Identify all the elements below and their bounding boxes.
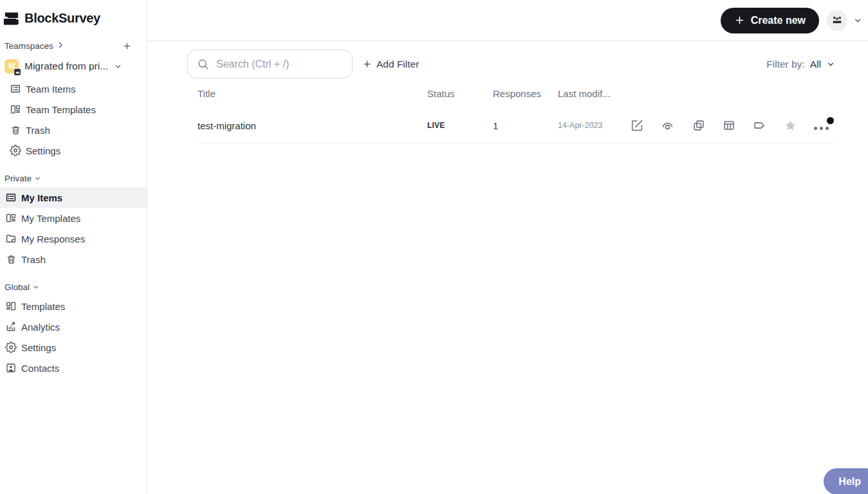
more-options-icon[interactable] [814, 122, 829, 130]
toolbar: Add Filter Filter by: All [187, 50, 835, 78]
teamspaces-header[interactable]: Teamspaces [0, 37, 147, 54]
teamspace-selector[interactable]: M Migrated from pri... [0, 54, 147, 78]
teamspace-name: Migrated from pri... [24, 60, 108, 72]
chevron-right-icon [57, 40, 64, 51]
templates-icon [5, 212, 17, 224]
ellipsis-dots [814, 122, 829, 130]
sidebar-item-label: Trash [26, 125, 50, 136]
teamspace-avatar: M [5, 59, 19, 73]
sidebar-item-label: Team Items [26, 84, 76, 95]
sidebar-item-team-items[interactable]: Team Items [0, 78, 147, 99]
column-header-responses: Responses [493, 88, 558, 99]
sidebar-item-analytics[interactable]: Analytics [0, 316, 147, 337]
table-row[interactable]: test-migration LIVE 1 14-Apr-2023 [198, 108, 835, 143]
list-icon [10, 83, 21, 95]
sidebar-item-label: My Templates [21, 213, 80, 224]
sidebar-item-label: Templates [21, 301, 65, 312]
contacts-icon [5, 362, 17, 374]
global-label: Global [5, 282, 30, 292]
templates-icon [10, 104, 21, 115]
status-badge: LIVE [427, 121, 493, 130]
user-avatar [827, 10, 847, 31]
sidebar-item-label: Settings [21, 342, 56, 353]
list-icon [5, 192, 17, 203]
add-teamspace-button[interactable] [122, 41, 132, 51]
add-filter-label: Add Filter [376, 59, 419, 70]
edit-icon[interactable] [630, 118, 644, 133]
create-new-label: Create new [751, 15, 806, 26]
main-area: Create new Add [147, 0, 868, 494]
sidebar-item-team-templates[interactable]: Team Templates [0, 99, 147, 120]
preview-eye-icon[interactable] [660, 118, 675, 133]
sidebar-item-label: My Items [21, 192, 62, 203]
tag-icon[interactable] [752, 118, 766, 133]
account-menu[interactable] [827, 10, 862, 31]
duplicate-icon[interactable] [692, 118, 706, 133]
notification-dot [827, 117, 834, 124]
sidebar-item-contacts[interactable]: Contacts [0, 358, 147, 378]
sidebar-item-settings[interactable]: Settings [0, 337, 147, 358]
sidebar-item-label: My Responses [21, 233, 85, 244]
chevron-down-icon [826, 60, 835, 69]
blocksurvey-logo-icon [3, 10, 19, 27]
column-header-status: Status [427, 88, 493, 99]
add-filter-button[interactable]: Add Filter [362, 59, 419, 70]
crown-badge-icon [14, 68, 21, 76]
filter-by-value: All [810, 59, 821, 70]
brand-logo[interactable]: BlockSurvey [0, 0, 147, 30]
sidebar-item-team-settings[interactable]: Settings [0, 140, 147, 161]
sidebar-item-label: Team Templates [26, 104, 96, 115]
sidebar-item-label: Analytics [21, 322, 60, 333]
row-actions [629, 118, 835, 133]
sidebar: BlockSurvey Teamspaces M Migrated from p… [0, 0, 147, 494]
chevron-down-icon [114, 62, 122, 71]
templates-global-icon [5, 300, 17, 312]
column-header-title: Title [198, 88, 427, 99]
results-table-icon[interactable] [722, 118, 736, 133]
filter-by-label: Filter by: [766, 59, 804, 70]
app-window: BlockSurvey Teamspaces M Migrated from p… [0, 0, 868, 494]
teamspaces-label: Teamspaces [5, 41, 53, 51]
sidebar-item-trash[interactable]: Trash [0, 249, 147, 270]
plus-icon [362, 59, 372, 69]
gear-icon [10, 145, 21, 156]
create-new-button[interactable]: Create new [721, 8, 819, 33]
sidebar-item-team-trash[interactable]: Trash [0, 120, 147, 140]
column-header-last-modified: Last modif... [558, 88, 629, 99]
items-table: Title Status Responses Last modif... tes… [187, 78, 835, 143]
chevron-down-icon [34, 175, 41, 182]
brand-name: BlockSurvey [24, 11, 100, 26]
chevron-down-icon [853, 16, 862, 25]
sidebar-item-label: Contacts [21, 363, 59, 374]
sidebar-item-my-items[interactable]: My Items [0, 187, 147, 208]
search-box [187, 50, 353, 78]
sidebar-item-label: Trash [21, 254, 46, 265]
private-label: Private [5, 174, 32, 183]
sidebar-item-label: Settings [26, 145, 60, 156]
chevron-down-icon [32, 284, 39, 291]
sidebar-item-templates[interactable]: Templates [0, 296, 147, 316]
search-input[interactable] [187, 50, 353, 78]
plus-icon [734, 15, 745, 26]
gear-icon [5, 342, 17, 353]
table-header-row: Title Status Responses Last modif... [198, 78, 835, 108]
trash-icon [5, 254, 17, 265]
analytics-icon [5, 321, 17, 333]
item-title[interactable]: test-migration [198, 120, 427, 131]
filter-by-dropdown[interactable]: Filter by: All [766, 59, 835, 70]
private-section-header[interactable]: Private [0, 169, 147, 187]
responses-count: 1 [493, 120, 558, 131]
sidebar-item-my-templates[interactable]: My Templates [0, 208, 147, 228]
last-modified-date: 14-Apr-2023 [558, 121, 629, 130]
global-section-header[interactable]: Global [0, 278, 147, 296]
help-button[interactable]: Help [824, 468, 868, 494]
sidebar-item-my-responses[interactable]: My Responses [0, 228, 147, 249]
favorite-star-icon[interactable] [783, 118, 798, 133]
trash-icon [10, 125, 21, 136]
top-bar: Create new [147, 0, 868, 41]
folder-icon [5, 233, 17, 244]
